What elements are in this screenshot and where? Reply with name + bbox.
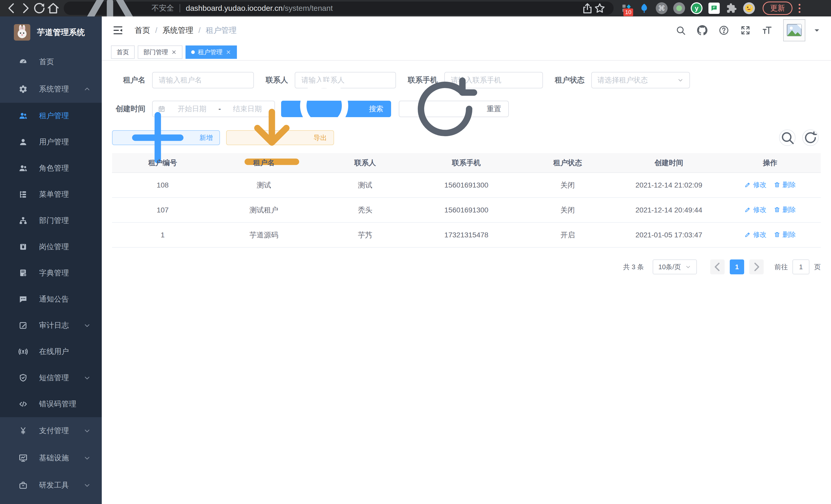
sidebar-subitem[interactable]: 菜单管理	[0, 181, 102, 208]
extension-record-icon[interactable]	[673, 2, 686, 14]
browser-chrome: 不安全 dashboard.yudao.iocoder.cn/system/te…	[0, 0, 831, 17]
github-icon[interactable]	[697, 25, 708, 36]
edit-link[interactable]: 修改	[744, 180, 767, 189]
browser-home-icon[interactable]	[46, 1, 60, 15]
breadcrumb-item[interactable]: 首页	[135, 25, 150, 36]
extension-emoji-icon[interactable]	[743, 2, 755, 14]
sidebar-subitem[interactable]: 在线用户	[0, 338, 102, 365]
page-size-select[interactable]: 10条/页	[653, 260, 697, 274]
avatar[interactable]	[783, 19, 805, 41]
extension-kite-icon[interactable]	[638, 2, 651, 14]
sidebar-item-label: 字典管理	[39, 268, 69, 278]
breadcrumb-item[interactable]: 系统管理	[163, 25, 193, 36]
sidebar-subitem[interactable]: 租户管理	[0, 103, 102, 129]
tenant-name-input[interactable]	[152, 72, 254, 88]
sidebar-item-label: 岗位管理	[39, 242, 69, 252]
chevron-left-icon	[710, 260, 725, 274]
sidebar-item[interactable]: 系统管理	[0, 76, 102, 103]
sidebar: 芋道管理系统 首页系统管理租户管理用户管理角色管理菜单管理部门管理岗位管理字典管…	[0, 17, 102, 504]
share-icon[interactable]	[581, 2, 594, 14]
next-page-button[interactable]	[749, 260, 764, 274]
status-select[interactable]: 请选择租户状态	[591, 72, 690, 88]
cell-phone: 15601691300	[416, 198, 517, 223]
goto-page-input[interactable]	[793, 260, 809, 274]
sidebar-item[interactable]: 研发工具	[0, 472, 102, 499]
sidebar-item-label: 研发工具	[39, 480, 69, 491]
sidebar-subitem[interactable]: 错误码管理	[0, 391, 102, 417]
sidebar-item-label: 角色管理	[39, 163, 69, 173]
sidebar-item-label: 错误码管理	[39, 399, 76, 409]
sidebar-submenu: 租户管理用户管理角色管理菜单管理部门管理岗位管理字典管理通知公告审计日志在线用户…	[0, 103, 102, 417]
browser-back-icon[interactable]	[5, 1, 19, 15]
delete-link[interactable]: 删除	[774, 180, 796, 189]
edit-link[interactable]: 修改	[744, 205, 767, 214]
sidebar-item[interactable]: 支付管理	[0, 417, 102, 444]
broken-image-icon	[785, 21, 803, 39]
pagination-goto: 前往 页	[774, 260, 821, 274]
refresh-icon	[803, 130, 818, 145]
menu-fold-icon[interactable]	[112, 24, 124, 36]
sidebar-item[interactable]: 基础设施	[0, 444, 102, 472]
sidebar-subitem[interactable]: 短信管理	[0, 365, 102, 391]
browser-reload-icon[interactable]	[32, 1, 46, 15]
address-bar[interactable]: 不安全 dashboard.yudao.iocoder.cn/system/te…	[64, 2, 613, 15]
cell-phone: 17321315478	[416, 223, 517, 247]
sidebar-item[interactable]: 首页	[0, 48, 102, 76]
help-icon[interactable]	[718, 25, 729, 36]
extension-y-icon[interactable]: y	[690, 2, 703, 14]
edit-note-icon	[19, 321, 28, 330]
cell-name: 芋道源码	[213, 223, 315, 247]
sidebar-subitem[interactable]: 部门管理	[0, 208, 102, 234]
edit-link[interactable]: 修改	[744, 230, 767, 239]
table-refresh-button[interactable]	[802, 129, 819, 146]
reset-button-label: 重置	[487, 104, 501, 114]
delete-link[interactable]: 删除	[774, 205, 796, 214]
sidebar-subitem[interactable]: 字典管理	[0, 260, 102, 286]
chevron-down-icon	[83, 481, 91, 489]
cell-status: 关闭	[517, 198, 618, 223]
table-column-header: 联系手机	[416, 153, 517, 173]
bookmark-star-icon[interactable]	[594, 2, 606, 14]
status-label: 租户状态	[555, 75, 584, 85]
close-icon[interactable]	[226, 49, 231, 55]
extension-chat-icon[interactable]	[708, 2, 720, 14]
sidebar-subitem[interactable]: 通知公告	[0, 286, 102, 313]
sidebar-subitem[interactable]: 角色管理	[0, 155, 102, 181]
close-icon[interactable]	[171, 49, 177, 55]
sidebar-item-label: 系统管理	[39, 84, 69, 94]
browser-menu-icon[interactable]	[799, 4, 800, 13]
tab-active[interactable]: 租户管理	[185, 46, 237, 59]
table-column-header: 创建时间	[618, 153, 719, 173]
browser-forward-icon[interactable]	[19, 1, 32, 15]
avatar-caret-icon[interactable]	[813, 26, 821, 34]
extension-command-icon[interactable]: ⌘	[655, 2, 668, 14]
sidebar-subitem[interactable]: 岗位管理	[0, 234, 102, 260]
extension-puzzle-icon[interactable]	[725, 2, 738, 14]
sidebar-menu: 首页系统管理租户管理用户管理角色管理菜单管理部门管理岗位管理字典管理通知公告审计…	[0, 48, 102, 499]
add-button[interactable]: 新增	[112, 130, 220, 145]
reset-button[interactable]: 重置	[399, 101, 509, 117]
tab-item[interactable]: 首页	[111, 46, 135, 59]
sidebar-logo-row[interactable]: 芋道管理系统	[0, 17, 102, 48]
add-button-label: 新增	[199, 133, 213, 142]
table-search-toggle-button[interactable]	[779, 129, 796, 146]
table-column-header: 联系人	[315, 153, 416, 173]
delete-link-label: 删除	[782, 205, 796, 214]
edit-pen-icon	[744, 231, 751, 238]
cell-created: 2021-12-14 21:02:09	[618, 173, 719, 198]
header-search-icon[interactable]	[675, 25, 686, 36]
font-size-icon[interactable]	[762, 25, 772, 36]
fullscreen-icon[interactable]	[740, 25, 751, 36]
sidebar-subitem[interactable]: 审计日志	[0, 313, 102, 338]
prev-page-button[interactable]	[710, 260, 725, 274]
tab-item[interactable]: 部门管理	[138, 46, 182, 59]
sidebar-subitem[interactable]: 用户管理	[0, 129, 102, 155]
pagination: 共 3 条 10条/页 1 前往 页	[112, 260, 821, 274]
extension-tiles-icon[interactable]: 10	[620, 2, 633, 14]
page-number-button[interactable]: 1	[730, 260, 744, 274]
export-button[interactable]: 导出	[226, 130, 334, 145]
delete-link[interactable]: 删除	[774, 230, 796, 239]
table-header-row: 租户编号租户名联系人联系手机租户状态创建时间操作	[112, 153, 821, 173]
table-row: 107测试租户秃头15601691300关闭2021-12-14 20:49:4…	[112, 198, 821, 223]
browser-update-button[interactable]: 更新	[763, 2, 793, 15]
